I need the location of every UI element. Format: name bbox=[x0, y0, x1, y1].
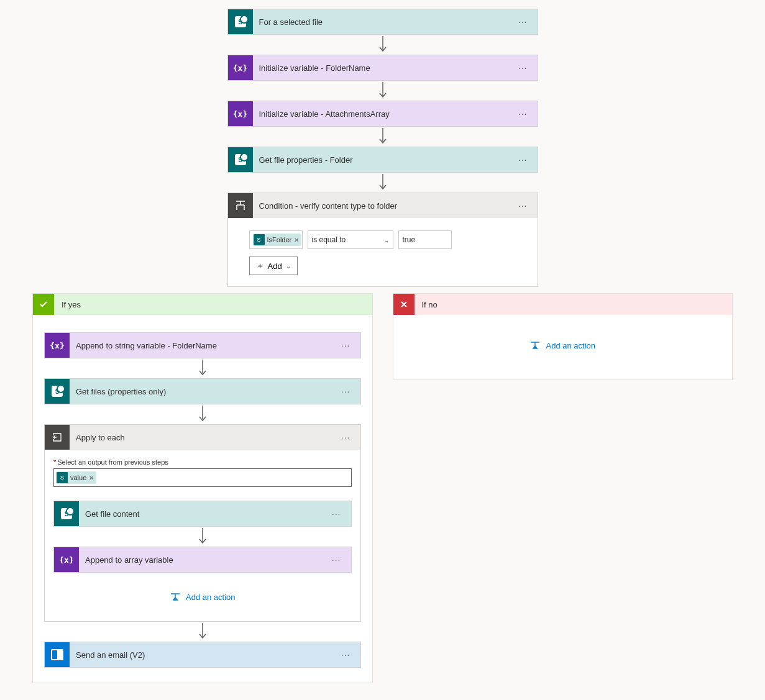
dynamic-token[interactable]: S IsFolder ✕ bbox=[254, 234, 302, 246]
add-action-label: Add an action bbox=[546, 341, 595, 350]
sharepoint-icon: S bbox=[54, 501, 79, 526]
more-menu-icon[interactable]: ··· bbox=[515, 17, 531, 27]
more-menu-icon[interactable]: ··· bbox=[337, 650, 354, 660]
add-action-button[interactable]: Add an action bbox=[170, 573, 236, 609]
more-menu-icon[interactable]: ··· bbox=[515, 201, 531, 211]
insert-step-icon bbox=[170, 591, 181, 602]
chevron-down-icon: ⌄ bbox=[286, 263, 291, 270]
arrow-down-icon bbox=[198, 622, 207, 642]
card-title: For a selected file bbox=[253, 17, 515, 27]
variable-icon: {x} bbox=[228, 55, 253, 80]
condition-card[interactable]: Condition - verify content type to folde… bbox=[227, 193, 538, 287]
branch-yes: If yes {x} Append to string variable - F… bbox=[32, 293, 373, 683]
sharepoint-icon: S bbox=[228, 147, 253, 172]
variable-icon: {x} bbox=[54, 547, 79, 572]
add-condition-button[interactable]: ＋ Add ⌄ bbox=[249, 257, 298, 275]
card-title: Condition - verify content type to folde… bbox=[253, 201, 515, 211]
more-menu-icon[interactable]: ··· bbox=[337, 432, 354, 442]
append-array-card[interactable]: {x} Append to array variable ··· bbox=[53, 547, 352, 573]
loop-icon bbox=[45, 425, 70, 450]
close-icon bbox=[393, 294, 415, 315]
branch-label: If no bbox=[415, 300, 445, 309]
card-title: Apply to each bbox=[70, 433, 337, 442]
token-text: value bbox=[70, 474, 86, 481]
sharepoint-icon: S bbox=[254, 234, 265, 245]
more-menu-icon[interactable]: ··· bbox=[337, 340, 354, 350]
plus-icon: ＋ bbox=[256, 260, 264, 271]
card-title: Append to string variable - FolderName bbox=[70, 341, 337, 350]
apply-to-each-card[interactable]: Apply to each ··· *Select an output from… bbox=[44, 424, 361, 622]
arrow-down-icon bbox=[378, 127, 387, 147]
card-title: Send an email (V2) bbox=[70, 650, 337, 660]
variable-icon: {x} bbox=[45, 333, 70, 358]
card-title: Get files (properties only) bbox=[70, 387, 337, 396]
init-attachments-card[interactable]: {x} Initialize variable - AttachmentsArr… bbox=[227, 101, 538, 127]
append-string-card[interactable]: {x} Append to string variable - FolderNa… bbox=[44, 332, 361, 358]
card-title: Get file properties - Folder bbox=[253, 155, 515, 165]
condition-right-value: true bbox=[403, 235, 416, 244]
branch-no: If no Add an action bbox=[393, 293, 733, 380]
outlook-icon bbox=[45, 642, 70, 667]
apply-output-label: *Select an output from previous steps bbox=[53, 458, 352, 466]
token-remove-icon[interactable]: ✕ bbox=[89, 475, 94, 481]
card-title: Get file content bbox=[79, 509, 328, 519]
sharepoint-icon: S bbox=[228, 9, 253, 34]
more-menu-icon[interactable]: ··· bbox=[328, 555, 345, 565]
check-icon bbox=[33, 294, 54, 315]
branch-label: If yes bbox=[54, 300, 88, 309]
add-label: Add bbox=[268, 261, 282, 271]
chevron-down-icon: ⌄ bbox=[384, 237, 389, 243]
condition-operator-select[interactable]: is equal to ⌄ bbox=[308, 230, 393, 249]
sharepoint-icon: S bbox=[57, 472, 68, 483]
condition-left-operand[interactable]: S IsFolder ✕ bbox=[249, 230, 303, 249]
more-menu-icon[interactable]: ··· bbox=[328, 509, 345, 519]
trigger-card[interactable]: S For a selected file ··· bbox=[227, 9, 538, 35]
init-foldername-card[interactable]: {x} Initialize variable - FolderName ··· bbox=[227, 55, 538, 81]
branch-yes-header: If yes bbox=[33, 294, 372, 315]
token-remove-icon[interactable]: ✕ bbox=[294, 237, 299, 243]
more-menu-icon[interactable]: ··· bbox=[515, 109, 531, 119]
condition-right-operand[interactable]: true bbox=[398, 230, 452, 249]
sharepoint-icon: S bbox=[45, 379, 70, 404]
arrow-down-icon bbox=[198, 358, 207, 378]
apply-output-input[interactable]: S value ✕ bbox=[53, 468, 352, 487]
arrow-down-icon bbox=[198, 527, 207, 547]
more-menu-icon[interactable]: ··· bbox=[515, 155, 531, 165]
condition-icon bbox=[228, 193, 253, 218]
token-text: IsFolder bbox=[267, 236, 292, 243]
add-action-button[interactable]: Add an action bbox=[529, 327, 595, 363]
get-file-content-card[interactable]: S Get file content ··· bbox=[53, 501, 352, 527]
variable-icon: {x} bbox=[228, 101, 253, 126]
add-action-label: Add an action bbox=[186, 593, 236, 602]
get-file-properties-card[interactable]: S Get file properties - Folder ··· bbox=[227, 147, 538, 173]
more-menu-icon[interactable]: ··· bbox=[515, 63, 531, 73]
arrow-down-icon bbox=[378, 81, 387, 101]
arrow-down-icon bbox=[378, 173, 387, 193]
card-title: Initialize variable - AttachmentsArray bbox=[253, 109, 515, 119]
card-title: Append to array variable bbox=[79, 555, 328, 565]
get-files-card[interactable]: S Get files (properties only) ··· bbox=[44, 378, 361, 404]
send-email-card[interactable]: Send an email (V2) ··· bbox=[44, 642, 361, 668]
insert-step-icon bbox=[529, 340, 541, 351]
arrow-down-icon bbox=[378, 35, 387, 55]
arrow-down-icon bbox=[198, 404, 207, 424]
branch-no-header: If no bbox=[393, 294, 733, 315]
more-menu-icon[interactable]: ··· bbox=[337, 386, 354, 396]
dynamic-token[interactable]: S value ✕ bbox=[57, 471, 96, 484]
operator-label: is equal to bbox=[312, 235, 346, 244]
card-title: Initialize variable - FolderName bbox=[253, 63, 515, 73]
